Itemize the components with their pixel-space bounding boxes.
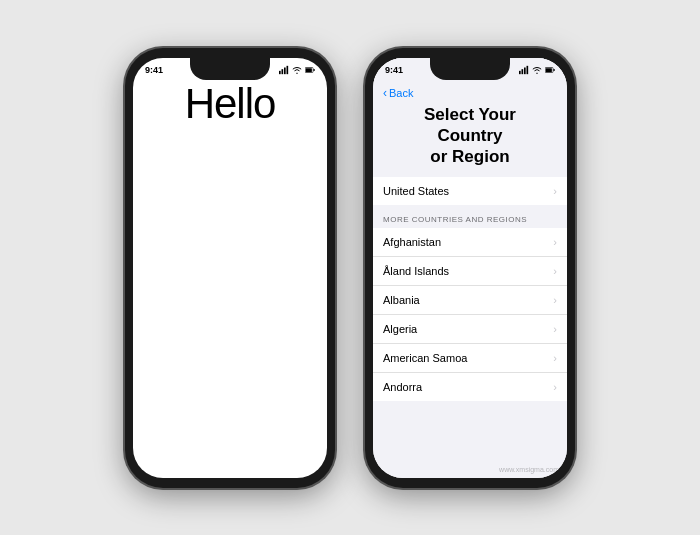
watermark: www.xmsigma.com [499, 466, 559, 473]
svg-rect-0 [279, 71, 281, 74]
title-line1: Select Your Country [424, 105, 516, 145]
svg-rect-8 [522, 69, 524, 74]
list-item-aland[interactable]: Åland Islands › [373, 257, 567, 286]
list-item-andorra[interactable]: Andorra › [373, 373, 567, 401]
status-icons-left [279, 65, 315, 75]
svg-rect-2 [284, 68, 286, 75]
back-button[interactable]: ‹ Back [373, 80, 567, 102]
svg-rect-9 [524, 68, 526, 75]
back-label: Back [389, 87, 413, 99]
signal-icon [279, 65, 289, 75]
algeria-label: Algeria [383, 323, 417, 335]
country-screen: 9:41 [373, 58, 567, 478]
us-label: United States [383, 185, 449, 197]
list-item-afghanistan[interactable]: Afghanistan › [373, 228, 567, 257]
hello-label: Hello [185, 80, 276, 128]
chevron-icon-af: › [553, 236, 557, 248]
aland-label: Åland Islands [383, 265, 449, 277]
chevron-icon-al: › [553, 265, 557, 277]
albania-label: Albania [383, 294, 420, 306]
phone-right: 9:41 [365, 48, 575, 488]
list-item-us[interactable]: United States › [373, 177, 567, 205]
featured-section: United States › [373, 177, 567, 205]
afghanistan-label: Afghanistan [383, 236, 441, 248]
chevron-icon-and: › [553, 381, 557, 393]
chevron-icon-us: › [553, 185, 557, 197]
time-left: 9:41 [145, 65, 163, 75]
battery-icon [305, 65, 315, 75]
back-chevron-icon: ‹ [383, 86, 387, 100]
american-samoa-label: American Samoa [383, 352, 467, 364]
svg-rect-1 [282, 69, 284, 74]
chevron-icon-as: › [553, 352, 557, 364]
wifi-icon [292, 65, 302, 75]
signal-icon-right [519, 65, 529, 75]
battery-icon-right [545, 65, 555, 75]
svg-rect-3 [287, 66, 289, 74]
svg-rect-5 [313, 69, 314, 71]
page-title: Select Your Country or Region [373, 102, 567, 178]
more-countries-list: Afghanistan › Åland Islands › Albania › … [373, 228, 567, 401]
chevron-icon-alb: › [553, 294, 557, 306]
notch-right [430, 58, 510, 80]
list-item-albania[interactable]: Albania › [373, 286, 567, 315]
andorra-label: Andorra [383, 381, 422, 393]
phone-left: 9:41 [125, 48, 335, 488]
time-right: 9:41 [385, 65, 403, 75]
notch-left [190, 58, 270, 80]
status-icons-right [519, 65, 555, 75]
left-screen: 9:41 [133, 58, 327, 478]
svg-rect-13 [546, 68, 552, 72]
svg-rect-7 [519, 71, 521, 74]
chevron-icon-alg: › [553, 323, 557, 335]
svg-rect-12 [553, 69, 554, 71]
wifi-icon-right [532, 65, 542, 75]
svg-rect-10 [527, 66, 529, 74]
list-item-american-samoa[interactable]: American Samoa › [373, 344, 567, 373]
svg-rect-6 [306, 68, 312, 72]
right-screen: 9:41 [373, 58, 567, 478]
list-item-algeria[interactable]: Algeria › [373, 315, 567, 344]
more-section-header: MORE COUNTRIES AND REGIONS [373, 205, 567, 228]
title-line2: or Region [430, 147, 509, 166]
hello-content: Hello [133, 80, 327, 128]
